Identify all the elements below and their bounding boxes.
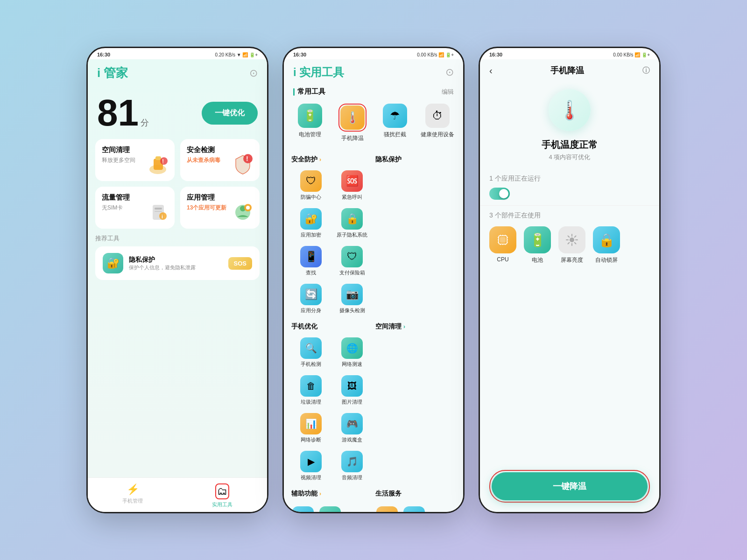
optimize-col: 手机优化 🔍 手机检测 🌐 网络测速 🗑 垃圾清理 (291, 322, 372, 484)
security-check-icon: ! (230, 152, 256, 177)
app-running-section: 1 个应用正在运行 (480, 169, 659, 206)
sec-encrypt[interactable]: 🔐 应用加密 (291, 205, 331, 241)
app-logo-1: i 管家 (97, 65, 128, 81)
svg-line-37 (575, 236, 576, 238)
svg-rect-2 (155, 156, 161, 160)
opt-detect[interactable]: 🔍 手机检测 (291, 335, 331, 371)
bottom-nav-1: ⚡ 手机管理 🗂 实用工具 (88, 477, 267, 512)
info-button[interactable]: ⓘ (642, 66, 650, 76)
tool-spam[interactable]: ☂ 骚扰拦截 (374, 100, 415, 146)
health-label: 健康使用设备 (421, 131, 454, 139)
edit-button[interactable]: 编辑 (442, 88, 454, 96)
sec-atom[interactable]: 🔒 原子隐私系统 (332, 205, 372, 241)
page-title-3: 手机降温 (550, 65, 584, 76)
thermo-section: 🌡️ 手机温度正常 4 项内容可优化 (480, 80, 659, 169)
recommend-card[interactable]: 🔐 隐私保护 保护个人信息，避免隐私泄露 SOS (95, 246, 260, 280)
nav-phone-manage-1[interactable]: ⚡ 手机管理 (88, 482, 177, 510)
opt-netdiag[interactable]: 📊 网络诊断 (291, 410, 331, 446)
assist-title: 辅助功能 › (291, 490, 372, 498)
opt-trash[interactable]: 🗑 垃圾清理 (291, 372, 331, 408)
optimize-title: 手机优化 (291, 322, 372, 331)
rec-text: 隐私保护 保护个人信息，避免隐私泄露 (129, 256, 196, 271)
settings-icon-1[interactable]: ⊙ (249, 67, 258, 79)
opt-photo[interactable]: 🖼 图片清理 (332, 372, 372, 408)
svg-point-15 (246, 206, 250, 210)
atom-icon: 🔒 (341, 208, 363, 230)
trash-icon: 🗑 (300, 375, 322, 397)
sos-badge[interactable]: SOS (228, 257, 252, 270)
svg-rect-17 (500, 237, 506, 243)
life-1[interactable]: 🏠 (375, 504, 399, 512)
assist-1[interactable]: ↩ (291, 504, 315, 512)
sec-camera[interactable]: 📷 摄像头检测 (332, 281, 372, 317)
space-clean-card[interactable]: 空间清理 释放更多空间 ! (95, 139, 175, 181)
battery-label: 电池管理 (299, 131, 321, 139)
time-3: 16:30 (489, 52, 502, 57)
comp-autolock[interactable]: 🔒 自动锁屏 (593, 226, 620, 264)
autolock-icon: 🔒 (593, 226, 620, 253)
time-2: 16:30 (293, 52, 306, 57)
svg-line-36 (575, 243, 576, 244)
security-check-card[interactable]: 安全检测 从未查杀病毒 ! (180, 139, 260, 181)
assist-col: 辅助功能 › ↩ ∩ (291, 490, 372, 512)
phone-2: 16:30 0.00 KB/s 📶 🔋+ i 实用工具 ⊙ 常用工具 编辑 🔋 … (282, 47, 465, 513)
cool-down-button[interactable]: 一键降温 (492, 472, 648, 500)
vault-icon: 🛡 (341, 246, 363, 267)
find-icon: 📱 (300, 246, 322, 267)
app-manage-card[interactable]: 应用管理 13个应用可更新 (180, 187, 260, 229)
action-btn-outline: 一键降温 (489, 470, 650, 503)
two-col-section: 安全防护 › 🛡 防骗中心 🆘 紧急呼叫 🔐 应用加密 (284, 155, 463, 317)
assist-arrow: › (319, 490, 321, 497)
sec-clone[interactable]: 🔄 应用分身 (291, 281, 331, 317)
video-icon: ▶ (300, 451, 322, 472)
tool-cooling[interactable]: 🌡️ 手机降温 (332, 100, 373, 146)
optimize-button[interactable]: 一键优化 (202, 102, 258, 125)
sec-sos[interactable]: 🆘 紧急呼叫 (332, 168, 372, 203)
svg-text:i: i (162, 214, 163, 219)
nav-tools-1[interactable]: 🗂 实用工具 (177, 482, 267, 510)
battery-comp-icon: 🔋 (524, 226, 551, 253)
common-tools-label: 常用工具 编辑 (284, 84, 463, 100)
sec-find[interactable]: 📱 查找 (291, 243, 331, 279)
traffic-manage-card[interactable]: 流量管理 无SIM卡 i (95, 187, 175, 229)
cooling-icon: 🌡️ (340, 105, 365, 130)
game-icon: 🎮 (341, 413, 363, 434)
encrypt-icon: 🔐 (300, 208, 322, 230)
tool-battery[interactable]: 🔋 电池管理 (289, 100, 330, 146)
photo-label: 图片清理 (342, 399, 362, 406)
nav-label-phone-1: 手机管理 (122, 497, 143, 504)
p3-header: ‹ 手机降温 ⓘ (480, 59, 659, 80)
opt-audio[interactable]: 🎵 音频清理 (332, 448, 372, 484)
life-2[interactable]: ⌃ (402, 504, 426, 512)
sec-vault[interactable]: 🛡 支付保险箱 (332, 243, 372, 279)
svg-text:!: ! (246, 155, 248, 162)
comp-battery[interactable]: 🔋 电池 (524, 226, 551, 264)
components-section: 3 个部件正在使用 (480, 206, 659, 270)
video-label: 视频清理 (301, 474, 321, 481)
tool-health[interactable]: ⏱ 健康使用设备 (417, 100, 458, 146)
opt-game[interactable]: 🎮 游戏魔盒 (332, 410, 372, 446)
svg-line-38 (568, 243, 570, 244)
components-grid: CPU 🔋 电池 (489, 226, 650, 264)
camera-label: 摄像头检测 (339, 307, 365, 314)
sec-fraud[interactable]: 🛡 防骗中心 (291, 168, 331, 203)
battery-icon: 🔋 (298, 104, 322, 128)
status-bar-1: 16:30 0.20 KB/s ▼ 📶 🔋+ (88, 48, 267, 59)
comp-brightness[interactable]: 屏幕亮度 (558, 226, 585, 264)
brightness-icon (558, 226, 585, 253)
back-button[interactable]: ‹ (489, 65, 493, 76)
recommend-section: 推荐工具 🔐 隐私保护 保护个人信息，避免隐私泄露 SOS (88, 234, 267, 280)
assist-2[interactable]: ∩ (318, 504, 342, 512)
space-clean-icon: ! (145, 152, 171, 177)
opt-video[interactable]: ▶ 视频清理 (291, 448, 331, 484)
opt-speed[interactable]: 🌐 网络测速 (332, 335, 372, 371)
comp-cpu[interactable]: CPU (489, 226, 516, 264)
clone-label: 应用分身 (301, 307, 321, 314)
optimize-clean-section: 手机优化 🔍 手机检测 🌐 网络测速 🗑 垃圾清理 (284, 322, 463, 484)
rec-left: 🔐 隐私保护 保护个人信息，避免隐私泄露 (103, 253, 196, 273)
app-toggle[interactable] (489, 188, 510, 200)
settings-icon-2[interactable]: ⊙ (445, 66, 454, 78)
score-section: 81 分 一键优化 (88, 85, 267, 139)
assist-items: ↩ ∩ (291, 502, 372, 512)
assist-icon-2: ∩ (319, 506, 341, 512)
